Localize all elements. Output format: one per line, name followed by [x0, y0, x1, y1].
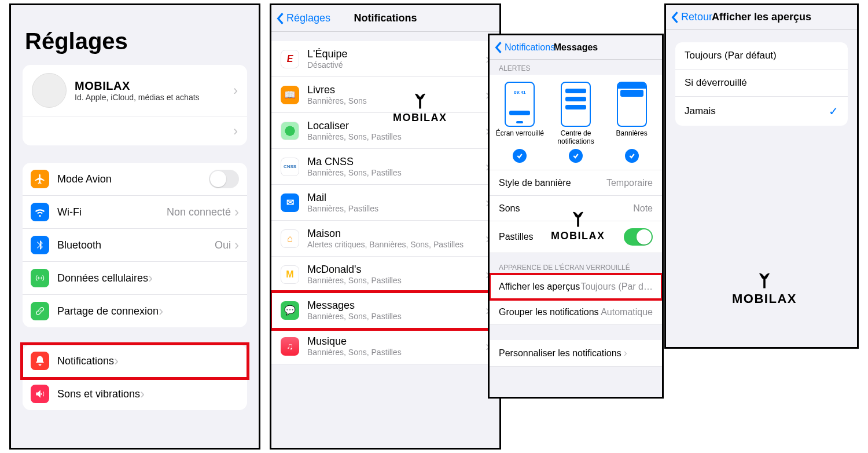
nav-title: Afficher les aperçus: [712, 11, 811, 23]
page-title: Réglages: [11, 5, 259, 65]
mail-icon: ✉: [281, 193, 299, 212]
music-icon: ♫: [281, 337, 299, 356]
app-row-macnss[interactable]: CNSS Ma CNSSBannières, Sons, Pastilles ›: [271, 149, 499, 185]
app-row-localiser[interactable]: LocaliserBannières, Sons, Pastilles ›: [271, 113, 499, 149]
row-wifi[interactable]: Wi-Fi Non connecté ›: [23, 196, 247, 229]
row-hotspot[interactable]: Partage de connexion ›: [23, 295, 247, 327]
show-previews-panel: Retour Afficher les aperçus Toujours (Pa…: [664, 3, 859, 349]
row-bluetooth[interactable]: Bluetooth Oui ›: [23, 229, 247, 262]
check-lockscreen[interactable]: [513, 149, 527, 163]
row-badges[interactable]: Pastilles: [490, 221, 662, 253]
mcdonalds-icon: M: [281, 265, 299, 284]
row-banner-style[interactable]: Style de bannière Temporaire: [490, 170, 662, 196]
apple-id-extra-row[interactable]: ›: [23, 116, 247, 145]
apple-id-row[interactable]: MOBILAX Id. Apple, iCloud, médias et ach…: [23, 65, 247, 116]
airplane-toggle[interactable]: [209, 170, 239, 188]
app-row-musique[interactable]: ♫ MusiqueBannières, Sons, Pastilles ›: [271, 328, 499, 364]
section-header-lock: APPARENCE DE L'ÉCRAN VERROUILLÉ: [490, 253, 662, 274]
apple-id-card: MOBILAX Id. Apple, iCloud, médias et ach…: [23, 65, 247, 145]
app-row-mail[interactable]: ✉ MailBannières, Pastilles ›: [271, 185, 499, 221]
messages-icon: 💬: [281, 301, 299, 320]
back-button[interactable]: Réglages: [276, 12, 330, 25]
chevron-right-icon: ›: [624, 347, 627, 359]
speaker-icon: [31, 385, 49, 403]
preview-options-list: Toujours (Par défaut) Si déverrouillé Ja…: [675, 42, 848, 126]
notifications-panel: Réglages Notifications E L'ÉquipeDésacti…: [270, 3, 501, 450]
lockscreen-icon: 09:41: [505, 82, 535, 127]
app-row-lequipe[interactable]: E L'ÉquipeDésactivé ›: [271, 41, 499, 77]
row-customize-notifications[interactable]: Personnaliser les notifications ›: [490, 340, 662, 367]
banners-icon: [617, 82, 647, 127]
option-never[interactable]: Jamais ✓: [675, 97, 848, 126]
avatar-icon: [32, 73, 67, 108]
navbar: Notifications Messages: [490, 35, 662, 60]
app-row-messages[interactable]: 💬 MessagesBannières, Sons, Pastilles ›: [271, 293, 499, 328]
app-row-livres[interactable]: 📖 LivresBannières, Sons ›: [271, 77, 499, 113]
chevron-right-icon: ›: [234, 204, 239, 220]
alert-type-banners[interactable]: Bannières: [606, 82, 658, 145]
section-header-alerts: ALERTES: [490, 60, 662, 75]
airplane-icon: [31, 170, 49, 188]
option-unlocked[interactable]: Si déverrouillé: [675, 70, 848, 97]
badges-toggle[interactable]: [624, 228, 653, 246]
watermark: MOBILAX: [732, 271, 797, 306]
chevron-right-icon: ›: [159, 303, 163, 319]
messages-notifications-panel: Notifications Messages ALERTES 09:41 Écr…: [488, 34, 664, 399]
alert-type-lockscreen[interactable]: 09:41 Écran verrouillé: [494, 82, 546, 145]
wifi-icon: [31, 203, 49, 221]
chevron-right-icon: ›: [233, 82, 238, 98]
findmy-icon: [281, 122, 299, 140]
bell-icon: [31, 352, 49, 370]
navbar: Retour Afficher les aperçus: [666, 5, 857, 30]
check-banners[interactable]: [625, 149, 639, 163]
nav-title: Notifications: [354, 12, 417, 24]
alerts-card: 09:41 Écran verrouillé Centre de notific…: [490, 75, 662, 253]
account-name: MOBILAX: [75, 79, 200, 93]
chevron-right-icon: ›: [234, 237, 239, 253]
bluetooth-icon: [31, 236, 49, 254]
chevron-right-icon: ›: [148, 270, 153, 286]
notifcenter-icon: [561, 82, 591, 127]
chevron-right-icon: ›: [233, 123, 238, 139]
row-notifications[interactable]: Notifications ›: [23, 345, 247, 378]
link-icon: [31, 302, 49, 320]
back-button[interactable]: Retour: [671, 11, 712, 24]
lequipe-icon: E: [281, 50, 299, 68]
account-sub: Id. Apple, iCloud, médias et achats: [75, 93, 200, 102]
settings-group-notifications: Notifications › Sons et vibrations ›: [23, 345, 247, 410]
books-icon: 📖: [281, 86, 299, 104]
row-group-notifications[interactable]: Grouper les notifications Automatique: [490, 299, 662, 325]
app-row-mcdonalds[interactable]: M McDonald'sBannières, Sons, Pastilles ›: [271, 257, 499, 293]
macnss-icon: CNSS: [281, 158, 299, 176]
notification-apps-list: E L'ÉquipeDésactivé › 📖 LivresBannières,…: [271, 41, 499, 364]
settings-group-connectivity: Mode Avion Wi-Fi Non connecté › Bluetoot…: [23, 163, 247, 327]
row-sounds[interactable]: Sons et vibrations ›: [23, 378, 247, 410]
checkmark-icon: ✓: [829, 104, 838, 118]
back-button[interactable]: Notifications: [494, 41, 555, 54]
antenna-icon: [31, 269, 49, 287]
chevron-right-icon: ›: [140, 386, 145, 402]
navbar: Réglages Notifications: [271, 5, 499, 32]
chevron-right-icon: ›: [114, 353, 119, 369]
home-icon: ⌂: [281, 229, 299, 248]
app-row-maison[interactable]: ⌂ MaisonAlertes critiques, Bannières, So…: [271, 221, 499, 257]
row-airplane-mode[interactable]: Mode Avion: [23, 163, 247, 196]
settings-root-panel: Réglages MOBILAX Id. Apple, iCloud, médi…: [9, 3, 260, 450]
alert-type-notifcenter[interactable]: Centre de notifications: [550, 82, 602, 145]
row-sounds[interactable]: Sons Note: [490, 196, 662, 221]
nav-title: Messages: [554, 42, 598, 53]
check-notifcenter[interactable]: [569, 149, 583, 163]
row-show-previews[interactable]: Afficher les aperçus Toujours (Par d…: [490, 274, 662, 299]
option-always[interactable]: Toujours (Par défaut): [675, 42, 848, 70]
row-cellular[interactable]: Données cellulaires ›: [23, 262, 247, 295]
